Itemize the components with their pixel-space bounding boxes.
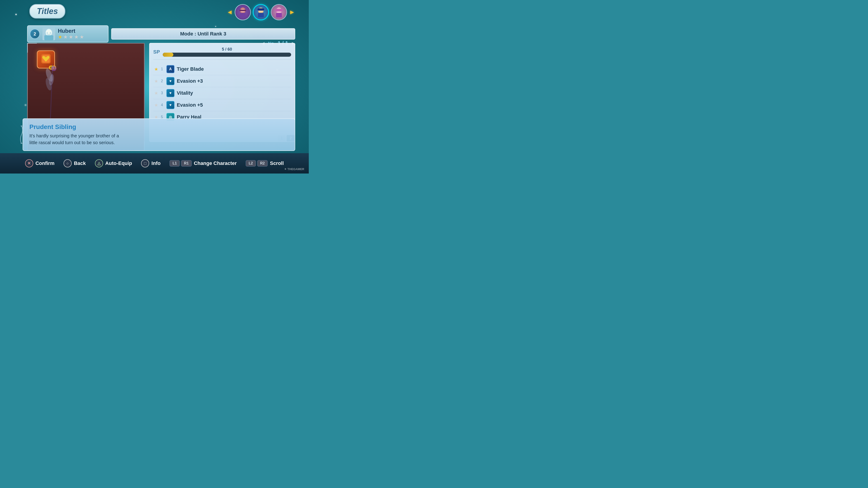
skill-row-4[interactable]: ★ 4 ♥ Evasion +5 — [153, 99, 291, 111]
character-level: 2 — [30, 29, 40, 39]
star-5: ★ — [80, 34, 84, 40]
svg-rect-11 — [275, 9, 283, 11]
l1-r1-buttons: L1 R1 — [169, 160, 191, 166]
back-label: Back — [74, 160, 86, 166]
l2-button: L2 — [246, 160, 256, 166]
svg-rect-15 — [44, 35, 53, 40]
triangle-button-icon: △ — [95, 159, 103, 167]
titles-header: Titles — [29, 4, 65, 19]
sp-bar-bg — [163, 53, 291, 57]
skill-icon-2: ♥ — [166, 77, 175, 85]
skill-row-3[interactable]: ★ 3 ♥ Vitality — [153, 87, 291, 99]
prev-character-arrow[interactable]: ◄ — [227, 8, 233, 16]
r1-button: R1 — [181, 160, 191, 166]
skill-star-2: ★ — [154, 78, 159, 84]
svg-point-17 — [50, 32, 51, 34]
r2-button: R2 — [257, 160, 268, 166]
circle-button-icon: ○ — [64, 159, 72, 167]
staff-decoration — [41, 57, 59, 121]
sp-value: 5 / 60 — [163, 47, 291, 52]
skill-name-2: Evasion +3 — [177, 78, 203, 84]
sp-label: SP — [153, 49, 160, 55]
title-name: Prudent Sibling — [29, 123, 288, 131]
character-portrait-3[interactable] — [271, 4, 287, 20]
character-name-section: Hubert ★ ★ ★ ★ ★ — [58, 28, 84, 40]
auto-equip-button[interactable]: △ Auto-Equip — [95, 159, 132, 167]
skill-row-2[interactable]: ★ 2 ♥ Evasion +3 — [153, 75, 291, 87]
skill-star-1: ★ — [154, 66, 159, 72]
scroll-label: Scroll — [270, 160, 284, 166]
star-1: ★ — [58, 34, 62, 40]
svg-rect-3 — [239, 10, 246, 11]
sp-bar-fill — [163, 53, 174, 57]
svg-rect-5 — [258, 13, 264, 18]
skill-name-4: Evasion +5 — [177, 102, 203, 108]
watermark: ✦ THEGAMER — [284, 167, 304, 171]
character-portrait-2-active[interactable] — [253, 4, 269, 20]
page-title: Titles — [37, 6, 58, 16]
skill-icon-3: ♥ — [166, 89, 175, 97]
left-ornament — [19, 126, 24, 144]
skill-row-1[interactable]: ★ 1 A Tiger Blade — [153, 63, 291, 75]
character-name: Hubert — [58, 28, 84, 34]
skill-icon-1: A — [166, 65, 175, 73]
character-info-bar: 2 Hubert ★ ★ ★ ★ ★ Mode : Until Rank 3 — [27, 25, 295, 42]
character-selector: ◄ — [227, 4, 295, 20]
next-character-arrow[interactable]: ► — [289, 8, 295, 16]
confirm-label: Confirm — [35, 160, 55, 166]
star-4: ★ — [74, 34, 79, 40]
character-stars: ★ ★ ★ ★ ★ — [58, 34, 84, 40]
bottom-bar: ✕ Confirm ○ Back △ Auto-Equip □ Info L1 … — [0, 153, 309, 173]
scroll-button[interactable]: L2 R2 Scroll — [246, 160, 284, 166]
skill-num-3: 3 — [161, 91, 164, 95]
skill-num-1: 1 — [161, 67, 164, 71]
mode-display: Mode : Until Rank 3 — [111, 28, 295, 39]
character-avatar — [42, 28, 55, 40]
skill-num-2: 2 — [161, 79, 164, 83]
change-character-button[interactable]: L1 R1 Change Character — [169, 160, 237, 166]
star-2: ★ — [63, 34, 68, 40]
change-character-label: Change Character — [194, 160, 237, 166]
skill-name-3: Vitality — [177, 90, 193, 96]
svg-rect-1 — [240, 13, 246, 18]
l1-button: L1 — [169, 160, 180, 166]
svg-point-16 — [46, 32, 48, 34]
info-label: Info — [151, 160, 160, 166]
auto-equip-label: Auto-Equip — [105, 160, 132, 166]
square-button-icon: □ — [141, 159, 149, 167]
back-button[interactable]: ○ Back — [64, 159, 86, 167]
character-name-box: 2 Hubert ★ ★ ★ ★ ★ — [27, 25, 108, 42]
star-3: ★ — [69, 34, 73, 40]
l2-r2-buttons: L2 R2 — [246, 160, 268, 166]
description-text: It's hardly surprising the younger broth… — [29, 132, 288, 146]
skill-num-4: 4 — [161, 103, 164, 107]
skill-icon-4: ♥ — [166, 101, 175, 109]
description-box: Prudent Sibling It's hardly surprising t… — [23, 119, 295, 151]
svg-point-26 — [52, 67, 54, 69]
svg-rect-7 — [257, 8, 264, 11]
skill-star-3: ★ — [154, 90, 159, 96]
sp-bar-container: 5 / 60 — [163, 47, 291, 57]
info-button[interactable]: □ Info — [141, 159, 160, 167]
svg-point-25 — [52, 66, 56, 71]
sp-bar-area: SP 5 / 60 — [153, 47, 291, 60]
character-portrait-1[interactable] — [235, 4, 251, 20]
x-button-icon: ✕ — [25, 159, 33, 167]
confirm-button[interactable]: ✕ Confirm — [25, 159, 55, 167]
svg-rect-9 — [276, 13, 282, 18]
skill-star-4: ★ — [154, 102, 159, 108]
skill-name-1: Tiger Blade — [177, 66, 204, 72]
